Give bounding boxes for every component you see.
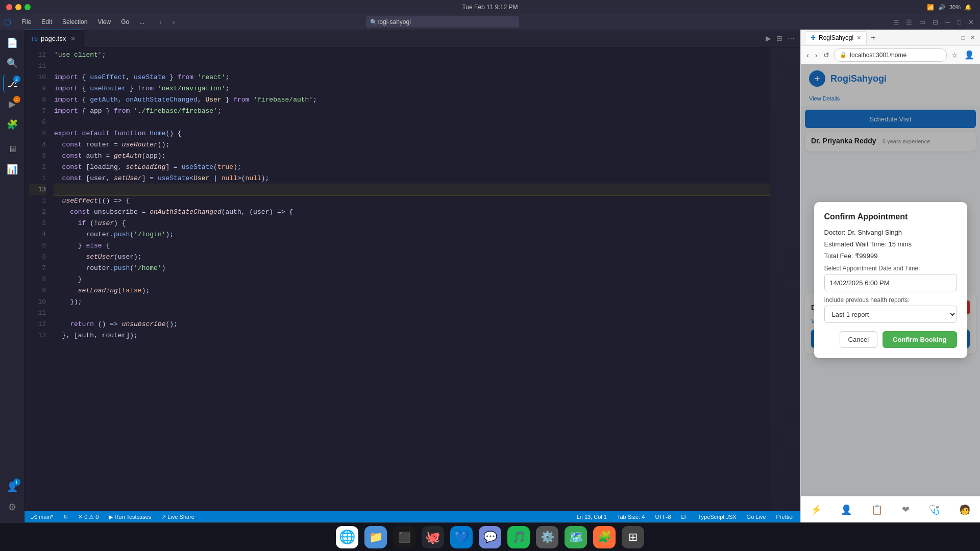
editor-tabs: TS page.tsx ✕ ▶ ⊟ ⋯: [24, 30, 800, 47]
vscode-logo-icon: ⬡: [4, 17, 13, 27]
status-go-live[interactable]: Go Live: [745, 514, 768, 520]
menu-edit[interactable]: Edit: [37, 17, 56, 27]
encoding-text: UTF-8: [655, 514, 671, 520]
cancel-button[interactable]: Cancel: [840, 331, 877, 348]
browser-address-bar[interactable]: 🔒 localhost:3001/home: [834, 48, 947, 62]
maximize-dot[interactable]: [24, 4, 31, 10]
taskbar-terminal[interactable]: ⬛: [393, 526, 415, 548]
profile-nav-icon: 👤: [841, 504, 852, 515]
bookmark-icon[interactable]: ☆: [950, 49, 960, 61]
activity-run[interactable]: ▶ 4: [3, 95, 21, 113]
browser-back-btn[interactable]: ‹: [805, 49, 811, 61]
browser-titlebar: ✚ RogiSahyogi ✕ + ─ □ ✕: [801, 30, 980, 46]
bottom-nav-profile[interactable]: 👤: [841, 504, 852, 515]
line-numbers: 12 11 10 9 8 7 6 5 4 3 2 1 13 1 2 3 4 5 …: [24, 47, 50, 511]
status-language[interactable]: TypeScript JSX: [696, 514, 738, 520]
activity-extensions[interactable]: 🧩: [3, 115, 21, 134]
bottom-nav-user[interactable]: 🧑: [959, 504, 970, 515]
tabs-right-controls: ▶ ⊟ ⋯: [764, 33, 800, 44]
taskbar-extension[interactable]: 🧩: [593, 526, 616, 548]
browser-close-btn[interactable]: ✕: [969, 34, 976, 41]
modal-reports-select[interactable]: Last 1 report Last 2 reports All reports: [824, 306, 957, 323]
nav-arrows: ‹ ›: [155, 16, 179, 28]
minimize-window-icon[interactable]: ─: [943, 17, 952, 27]
minimize-dot[interactable]: [15, 4, 21, 10]
taskbar-github[interactable]: 🐙: [422, 526, 444, 548]
layout-split-icon[interactable]: ⊞: [891, 17, 901, 27]
menu-go[interactable]: Go: [117, 17, 133, 27]
minimap: [770, 47, 800, 511]
vscode-right-icons: ⊞ ☰ ▭ ⊟ ─ □ ✕: [891, 17, 976, 27]
activity-remote[interactable]: 🖥: [3, 140, 21, 158]
code-lines[interactable]: 'use client'; import { useEffect, useSta…: [50, 47, 770, 511]
taskbar-files[interactable]: 📁: [364, 526, 387, 548]
activity-explorer[interactable]: 📄: [3, 34, 21, 52]
bottom-nav-health[interactable]: ❤: [902, 504, 910, 515]
status-branch[interactable]: ⎇ main*: [29, 514, 55, 520]
split-editor-icon[interactable]: ⊟: [775, 33, 784, 44]
browser-minimize-btn[interactable]: ─: [950, 34, 958, 41]
activity-stats[interactable]: 📊: [3, 160, 21, 179]
menu-file[interactable]: File: [17, 17, 35, 27]
menu-more[interactable]: ...: [135, 17, 149, 27]
layout-grid-icon[interactable]: ⊟: [930, 17, 940, 27]
confirm-appointment-modal: Confirm Appointment Doctor: Dr. Shivangi…: [814, 202, 967, 358]
activity-search[interactable]: 🔍: [3, 54, 21, 72]
tab-close-btn[interactable]: ✕: [69, 35, 77, 43]
status-sync[interactable]: ↻: [61, 514, 70, 520]
close-dot[interactable]: [6, 4, 12, 10]
code-editor[interactable]: 12 11 10 9 8 7 6 5 4 3 2 1 13 1 2 3 4 5 …: [24, 47, 800, 511]
modal-overlay[interactable]: Confirm Appointment Doctor: Dr. Shivangi…: [801, 64, 980, 496]
taskbar-chrome[interactable]: 🌐: [336, 526, 358, 548]
browser-content: + RogiSahyogi View Details Schedule Visi…: [801, 64, 980, 496]
nav-forward-icon[interactable]: ›: [168, 16, 179, 28]
status-eol[interactable]: LF: [679, 514, 690, 520]
share-icon: ↗: [161, 514, 166, 520]
browser-forward-btn[interactable]: ›: [814, 49, 819, 61]
close-window-icon[interactable]: ✕: [966, 17, 976, 27]
browser-restore-btn[interactable]: □: [960, 34, 967, 41]
status-errors[interactable]: ✕ 0 ⚠ 0: [76, 514, 101, 520]
modal-date-input[interactable]: [824, 274, 957, 291]
browser-tab-rogisahyogi[interactable]: ✚ RogiSahyogi ✕: [805, 31, 867, 44]
status-line-col[interactable]: Ln 13, Col 1: [575, 514, 609, 520]
bottom-nav-reports[interactable]: 📋: [871, 504, 883, 515]
modal-wait-label: Estimated Wait Time:: [824, 240, 887, 248]
status-encoding[interactable]: UTF-8: [653, 514, 673, 520]
restore-window-icon[interactable]: □: [955, 17, 963, 27]
more-actions-icon[interactable]: ⋯: [786, 33, 796, 44]
vscode-search-bar[interactable]: 🔍 rogi-sahyogi: [366, 16, 519, 28]
status-run-testcases[interactable]: ▶ Run Testcases: [107, 514, 153, 520]
confirm-booking-button[interactable]: Confirm Booking: [883, 331, 957, 348]
taskbar-discord[interactable]: 💬: [479, 526, 501, 548]
browser-refresh-btn[interactable]: ↺: [822, 49, 831, 61]
code-line-6: import { app } from './firebase/firebase…: [54, 106, 770, 117]
taskbar-settings[interactable]: ⚙️: [536, 526, 558, 548]
taskbar-spotify[interactable]: 🎵: [507, 526, 530, 548]
status-tab-size[interactable]: Tab Size: 4: [615, 514, 647, 520]
menu-view[interactable]: View: [93, 17, 115, 27]
layout-panel-icon[interactable]: ▭: [917, 17, 927, 27]
taskbar-vscode[interactable]: 💙: [450, 526, 473, 548]
user-avatar-icon[interactable]: 👤: [963, 48, 976, 61]
menu-selection[interactable]: Selection: [58, 17, 91, 27]
run-code-icon[interactable]: ▶: [764, 33, 773, 44]
taskbar-maps[interactable]: 🗺️: [565, 526, 587, 548]
modal-fee-row: Total Fee: ₹99999: [824, 252, 957, 260]
nav-back-icon[interactable]: ‹: [155, 16, 166, 28]
taskbar-grid[interactable]: ⊞: [622, 526, 644, 548]
activity-account[interactable]: 👤 !: [3, 478, 21, 496]
activity-source-control[interactable]: ⎇ 2: [3, 74, 21, 93]
activity-settings[interactable]: ⚙: [3, 498, 21, 516]
battery-level: 30%: [949, 4, 961, 10]
bottom-nav-steth[interactable]: 🩺: [928, 504, 940, 515]
status-live-share[interactable]: ↗ Live Share: [159, 514, 197, 520]
tab-page-tsx[interactable]: TS page.tsx ✕: [24, 30, 84, 47]
bottom-nav-home[interactable]: ⚡: [811, 504, 822, 515]
browser-tab-close-btn[interactable]: ✕: [856, 35, 861, 41]
status-prettier[interactable]: Prettier: [774, 514, 796, 520]
new-tab-btn[interactable]: +: [869, 32, 877, 43]
language-text: TypeScript JSX: [698, 514, 736, 520]
layout-sidebar-icon[interactable]: ☰: [904, 17, 914, 27]
code-line-13-highlight: [54, 184, 770, 195]
